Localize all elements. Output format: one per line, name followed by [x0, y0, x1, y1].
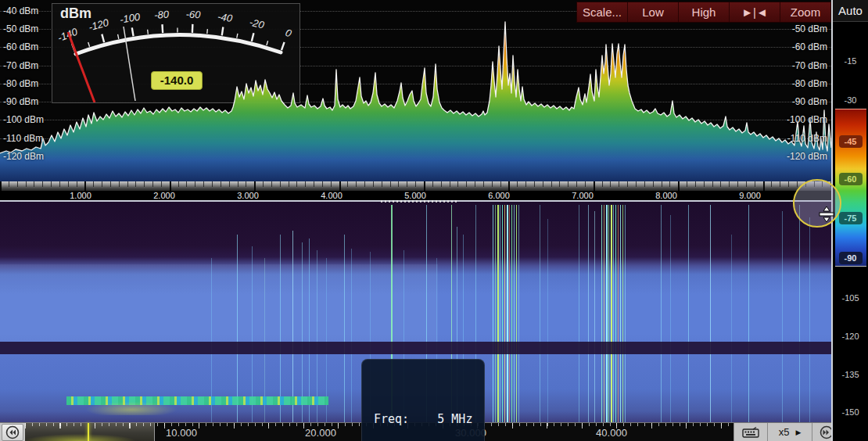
waterfall-signal-line: [615, 205, 616, 422]
right-axis-label: -60 dBm: [0, 41, 827, 52]
waterfall-signal-line: [497, 205, 499, 422]
colorbar-chip-label: -60: [839, 173, 863, 185]
colorbar-label: -150: [833, 407, 868, 417]
tooltip-freq-line: Freq: 5 MHz: [374, 409, 472, 430]
intensity-gradient-bar[interactable]: [835, 109, 866, 267]
waterfall-signal-line: [608, 205, 609, 422]
tuned-frequency-marker: [88, 423, 89, 441]
waterfall-signal-line: [500, 205, 500, 422]
waterfall-signal-line: [782, 211, 783, 422]
waterfall-signal-line: [809, 217, 810, 422]
waterfall-yellow-glow: [82, 401, 192, 415]
freq-tick-label: 9.000: [739, 191, 761, 200]
waterfall-signal-line: [547, 219, 548, 422]
zoom-step-label: x5: [779, 426, 790, 438]
waterfall-signal-line: [731, 235, 732, 422]
colorbar-chip-label: -90: [839, 252, 863, 264]
right-axis-label: -100 dBm: [0, 114, 827, 125]
waterfall-signal-line: [511, 205, 512, 422]
auto-range-button[interactable]: Auto: [833, 0, 868, 22]
freq-tick-label: 2.000: [153, 191, 175, 200]
fft-spectrum-panel[interactable]: -140-120-100-80-60-40-200 dBm -140.0 -40…: [0, 0, 831, 181]
waterfall-signal-line: [493, 205, 493, 422]
right-axis-label: -50 dBm: [0, 23, 827, 34]
waterfall-signal-line: [799, 205, 800, 422]
colorbar-label: -30: [833, 95, 868, 105]
right-axis-label: -70 dBm: [0, 60, 827, 71]
freq-tick-label: 8.000: [655, 191, 677, 200]
zoom-step-button[interactable]: x5 ▶: [767, 423, 812, 441]
waterfall-signal-line: [516, 205, 517, 422]
tuned-bandwidth-marker[interactable]: [381, 200, 459, 203]
waterfall-signal-line: [502, 205, 503, 422]
waterfall-haze: [0, 264, 438, 342]
freq-tick-label: 3.000: [237, 191, 259, 200]
toolbar-button-scale[interactable]: Scale...: [577, 2, 627, 22]
toolbar-button-zoom[interactable]: Zoom: [780, 2, 830, 22]
ruler-labels: 1.0002.0003.0004.0005.0006.0007.0008.000…: [0, 191, 831, 200]
colorbar-label: -120: [833, 332, 868, 341]
row-resize-cursor-icon: [818, 206, 835, 223]
waterfall-signal-line: [618, 205, 619, 422]
waterfall-signal-line: [504, 205, 505, 422]
waterfall-signal-line: [509, 205, 510, 422]
waterfall-signal-line: [280, 235, 281, 422]
jump-left-button[interactable]: [2, 424, 23, 441]
waterfall-signal-line: [518, 205, 519, 422]
frequency-ruler[interactable]: 1.0002.0003.0004.0005.0006.0007.0008.000…: [0, 181, 831, 200]
colorbar-label: -135: [833, 370, 868, 379]
waterfall-signal-line: [606, 205, 608, 422]
scrollbar-freq-label: 10.000: [166, 427, 197, 439]
waterfall-signal-line: [748, 205, 749, 422]
waterfall-signal-line: [613, 205, 614, 422]
right-axis-label: -80 dBm: [0, 78, 827, 89]
freq-tick-label: 7.000: [572, 191, 594, 200]
waterfall-signal-line: [622, 205, 623, 422]
waterfall-signal-line: [588, 205, 589, 422]
scrollbar-freq-label: 20.000: [305, 427, 336, 439]
waterfall-signal-line: [514, 205, 515, 422]
toolbar-button-[interactable]: ►|◄: [729, 2, 780, 22]
waterfall-signal-line: [710, 205, 711, 422]
waterfall-signal-line: [594, 211, 595, 422]
colorbar-label: -15: [833, 56, 868, 66]
waterfall-signal-line: [611, 205, 612, 422]
waterfall-signal-line: [604, 205, 604, 422]
waterfall-signal-line: [309, 238, 310, 422]
right-axis-label: -120 dBm: [0, 151, 827, 162]
sdr-application: -140-120-100-80-60-40-200 dBm -140.0 -40…: [0, 0, 868, 441]
right-axis-label: -110 dBm: [0, 133, 827, 144]
freq-tick-label: 1.000: [70, 191, 91, 200]
waterfall-signal-line: [688, 205, 689, 422]
freq-tick-label: 5.000: [404, 191, 426, 200]
colorbar-chip-label: -75: [839, 212, 863, 224]
left-axis-label: -40 dBm: [3, 5, 38, 16]
colorbar-chip-label: -45: [839, 135, 863, 148]
waterfall-signal-line: [351, 249, 352, 422]
waterfall-signal-line: [661, 205, 662, 422]
jump-left-icon: [5, 425, 20, 439]
toolbar-button-high[interactable]: High: [678, 2, 729, 22]
toolbar-button-low[interactable]: Low: [627, 2, 678, 22]
freq-tick-label: 6.000: [488, 191, 510, 200]
step-arrow-icon: ▶: [795, 428, 801, 436]
scrollbar-freq-label: 40.000: [596, 427, 627, 439]
waterfall-signal-line: [620, 205, 621, 422]
waterfall-signal-line: [344, 235, 345, 422]
waterfall-signal-line: [579, 205, 579, 422]
spectrum-toolbar: Scale...LowHigh►|◄Zoom: [576, 2, 831, 23]
keyboard-icon: [742, 427, 759, 438]
waterfall-dark-band: [0, 342, 831, 354]
waterfall-signal-line: [302, 242, 303, 422]
waterfall-signal-line: [292, 231, 293, 422]
waterfall-signal-line: [625, 205, 626, 422]
waterfall-signal-line: [237, 235, 238, 422]
waterfall-signal-line: [601, 205, 602, 422]
waterfall-signal-line: [540, 205, 540, 422]
waterfall-signal-line: [495, 205, 496, 422]
waterfall-signal-line: [670, 215, 671, 422]
waterfall-signal-line: [507, 205, 508, 422]
freq-tick-label: 4.000: [321, 191, 343, 200]
colorbar-label: -105: [833, 293, 868, 303]
keyboard-entry-button[interactable]: [733, 423, 767, 441]
